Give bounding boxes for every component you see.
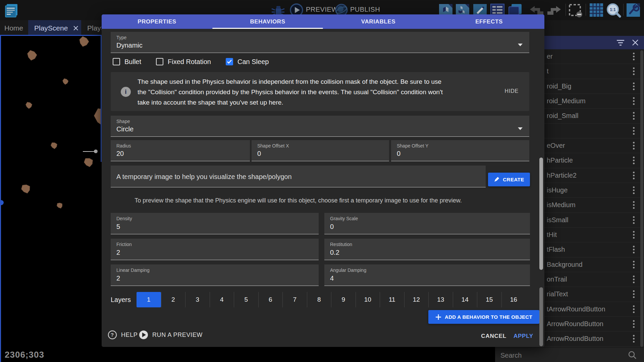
checkbox-unchecked-icon[interactable] [113,58,120,65]
checkbox-bullet[interactable]: Bullet [113,58,141,66]
asteroid-sprite[interactable] [84,158,93,167]
layer-button-11[interactable]: 11 [380,292,404,307]
row-menu-icon[interactable] [633,320,635,328]
asteroid-sprite[interactable] [57,203,62,208]
checkbox-fixed-rotation[interactable]: Fixed Rotation [156,58,211,66]
layer-button-8[interactable]: 8 [307,292,331,307]
asteroid-sprite[interactable] [79,37,89,47]
type-select[interactable]: Type Dynamic [111,32,529,53]
layer-button-1[interactable]: 1 [137,292,161,307]
help-button[interactable]: ? HELP [108,330,138,340]
mask-selection-icon[interactable] [568,3,583,17]
close-panel-icon[interactable] [632,39,639,46]
dialog-scrollbar-segment[interactable] [539,287,543,346]
restitution-label: Restitution [330,242,352,247]
layer-button-10[interactable]: 10 [356,292,380,307]
row-menu-icon[interactable] [633,157,635,164]
redo-icon[interactable] [546,5,562,16]
gravity-scale-field[interactable]: Gravity Scale 0 [324,213,530,234]
shape-select[interactable]: Shape Circle [111,116,529,137]
layer-button-13[interactable]: 13 [428,292,453,307]
asteroid-sprite[interactable] [21,185,30,193]
row-menu-icon[interactable] [633,97,635,105]
layer-button-5[interactable]: 5 [234,292,258,307]
tab-playscene[interactable]: PlayScene [28,20,81,36]
type-label: Type [116,35,126,40]
tab-effects[interactable]: EFFECTS [434,14,544,29]
layer-button-14[interactable]: 14 [453,292,477,307]
asteroid-sprite[interactable] [26,102,32,109]
tab-playscene-label: PlayScene [34,24,68,32]
search-input[interactable] [500,349,622,361]
cancel-button[interactable]: CANCEL [481,333,506,340]
row-menu-icon[interactable] [633,231,635,239]
row-menu-icon[interactable] [633,335,635,343]
layer-button-16[interactable]: 16 [501,292,526,307]
grid-icon[interactable] [589,3,604,17]
layer-button-6[interactable]: 6 [258,292,283,307]
layer-button-2[interactable]: 2 [161,292,185,307]
menu-icon[interactable] [4,3,19,18]
row-menu-icon[interactable] [633,305,635,313]
add-behavior-button[interactable]: ADD A BEHAVIOR TO THE OBJECT [428,310,539,324]
asteroid-sprite[interactable] [51,142,57,149]
density-field[interactable]: Density 5 [111,213,319,234]
toolbar-separator [566,4,566,16]
temp-image-field[interactable]: A temporary image to help you visualize … [111,166,486,187]
run-preview-button[interactable]: RUN A PREVIEW [139,330,203,340]
row-menu-icon[interactable] [633,142,635,149]
brush-icon [494,177,499,182]
close-tab-icon[interactable] [73,25,78,31]
row-menu-icon[interactable] [633,112,635,120]
friction-field[interactable]: Friction 2 [111,239,319,260]
layer-button-15[interactable]: 15 [477,292,501,307]
tab-effects-label: EFFECTS [475,18,503,25]
tab-home[interactable]: Home [0,20,28,36]
row-menu-icon[interactable] [633,127,635,135]
tab-variables[interactable]: VARIABLES [323,14,434,29]
row-menu-icon[interactable] [633,276,635,283]
asteroid-sprite[interactable] [63,78,68,84]
row-menu-icon[interactable] [633,82,635,90]
row-menu-icon[interactable] [633,186,635,194]
density-label: Density [116,216,132,221]
restitution-field[interactable]: Restitution 0.2 [324,239,530,260]
tab-home-label: Home [4,24,23,32]
angular-damping-field[interactable]: Angular Damping 4 [324,264,530,286]
publish-label[interactable]: PUBLISH [350,6,380,13]
row-menu-icon[interactable] [633,53,635,60]
panel-scrollbar[interactable] [640,50,643,347]
dialog-scrollbar-thumb[interactable] [539,158,543,270]
row-menu-icon[interactable] [633,67,635,75]
radius-field[interactable]: Radius 20 [111,140,250,161]
row-menu-icon[interactable] [633,172,635,179]
layer-button-4[interactable]: 4 [210,292,234,307]
shape-offset-x-field[interactable]: Shape Offset X 0 [252,140,389,161]
layer-button-3[interactable]: 3 [185,292,210,307]
linear-damping-field[interactable]: Linear Damping 2 [111,264,319,286]
zoom-ratio-icon[interactable]: 1:1 [606,3,622,18]
layers-row: Layers 12345678910111213141516 [111,292,526,307]
row-menu-icon[interactable] [633,246,635,253]
layer-button-9[interactable]: 9 [331,292,356,307]
preview-label[interactable]: PREVIEW [306,6,338,13]
row-menu-icon[interactable] [633,216,635,224]
checkbox-can-sleep[interactable]: Can Sleep [226,58,269,66]
tools-icon[interactable] [626,3,641,17]
create-button[interactable]: CREATE [488,173,530,186]
layer-button-7[interactable]: 7 [282,292,307,307]
tab-behaviors[interactable]: BEHAVIORS [212,14,323,29]
hide-button[interactable]: HIDE [505,88,519,94]
row-menu-icon[interactable] [633,201,635,209]
checkbox-unchecked-icon[interactable] [156,58,163,65]
add-behavior-label: ADD A BEHAVIOR TO THE OBJECT [445,314,532,320]
filter-icon[interactable] [616,40,625,46]
shape-offset-y-field[interactable]: Shape Offset Y 0 [391,140,529,161]
checkbox-checked-icon[interactable] [226,58,233,65]
row-menu-icon[interactable] [633,261,635,268]
layer-button-12[interactable]: 12 [404,292,429,307]
asteroid-sprite[interactable] [28,50,37,60]
row-menu-icon[interactable] [633,290,635,298]
apply-button[interactable]: APPLY [514,333,533,340]
tab-properties[interactable]: PROPERTIES [102,14,212,29]
